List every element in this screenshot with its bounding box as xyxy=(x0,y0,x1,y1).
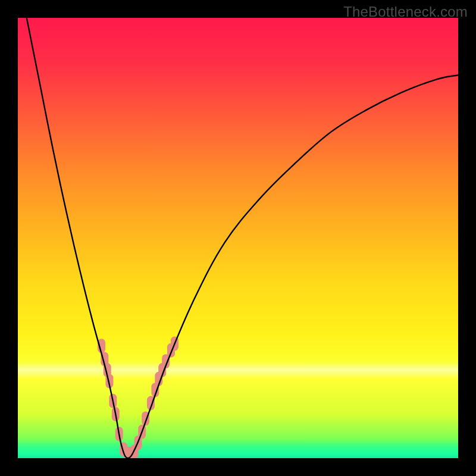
marker-group xyxy=(98,337,178,458)
plot-area xyxy=(18,18,458,458)
watermark-text: TheBottleneck.com xyxy=(343,4,468,20)
chart-frame: TheBottleneck.com xyxy=(0,0,476,476)
bottleneck-curve xyxy=(27,18,458,458)
curve-layer xyxy=(18,18,458,458)
